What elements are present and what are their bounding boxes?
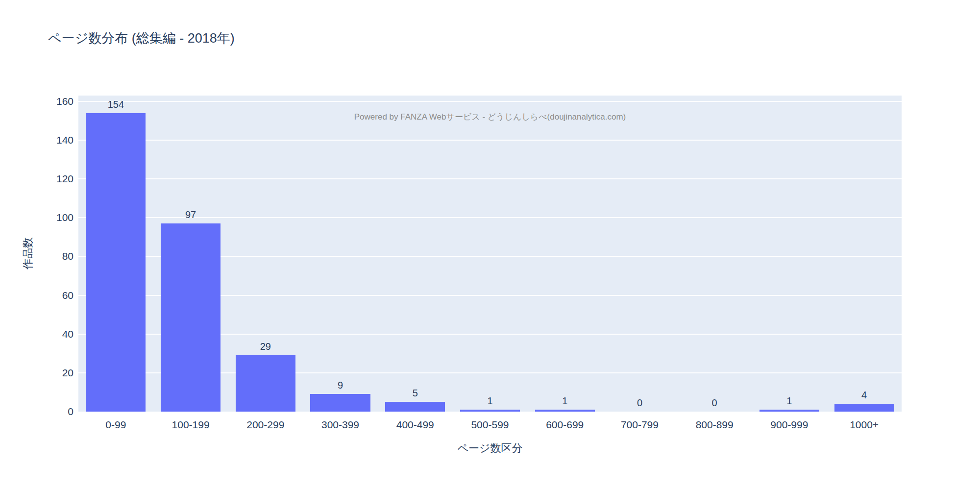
gridline [78, 101, 902, 102]
x-tick-label: 400-499 [378, 419, 453, 431]
x-tick-label: 500-599 [453, 419, 528, 431]
x-axis-title: ページ数区分 [78, 441, 902, 456]
bar-value-label: 97 [161, 209, 220, 220]
bar-value-label: 29 [236, 341, 295, 352]
y-tick-label: 160 [39, 96, 74, 107]
bar-value-label: 9 [310, 379, 370, 391]
bar-600-699[interactable] [535, 410, 595, 412]
bar-value-label: 5 [385, 387, 445, 399]
bar-value-label: 1 [760, 395, 819, 407]
chart-figure: ページ数分布 (総集編 - 2018年) Powered by FANZA We… [0, 0, 980, 490]
bar-value-label: 1 [535, 395, 595, 407]
y-axis-title: 作品数 [21, 237, 35, 270]
plot-area[interactable]: Powered by FANZA Webサービス - どうじんしらべ(douji… [78, 96, 902, 412]
x-tick-label: 1000+ [827, 419, 902, 431]
bar-0-99[interactable] [86, 113, 146, 412]
bar-400-499[interactable] [385, 402, 445, 412]
bar-500-599[interactable] [460, 410, 520, 412]
watermark-annotation: Powered by FANZA Webサービス - どうじんしらべ(douji… [78, 111, 902, 122]
bar-900-999[interactable] [760, 410, 819, 412]
x-tick-label: 100-199 [153, 419, 228, 431]
bar-value-label: 0 [685, 397, 744, 409]
y-tick-label: 100 [39, 212, 74, 223]
chart-title: ページ数分布 (総集編 - 2018年) [48, 29, 235, 47]
y-tick-label: 80 [39, 250, 74, 262]
x-tick-label: 0-99 [78, 419, 153, 431]
bar-100-199[interactable] [161, 223, 220, 412]
x-tick-label: 600-699 [527, 419, 602, 431]
gridline [78, 178, 902, 179]
bar-value-label: 154 [86, 98, 146, 110]
y-tick-label: 120 [39, 173, 74, 185]
bar-1000+[interactable] [834, 404, 894, 412]
bar-value-label: 0 [610, 397, 669, 409]
y-tick-label: 60 [39, 290, 74, 301]
y-tick-label: 40 [39, 328, 74, 340]
x-tick-label: 900-999 [752, 419, 827, 431]
x-tick-label: 200-299 [228, 419, 303, 431]
y-tick-label: 20 [39, 367, 74, 379]
y-tick-label: 140 [39, 134, 74, 146]
gridline [78, 140, 902, 141]
bar-value-label: 1 [460, 395, 520, 407]
y-tick-label: 0 [39, 406, 74, 417]
bar-200-299[interactable] [236, 355, 295, 412]
bar-300-399[interactable] [310, 394, 370, 412]
x-tick-label: 300-399 [303, 419, 378, 431]
bar-value-label: 4 [834, 389, 894, 401]
x-tick-label: 700-799 [602, 419, 677, 431]
x-tick-label: 800-899 [677, 419, 752, 431]
